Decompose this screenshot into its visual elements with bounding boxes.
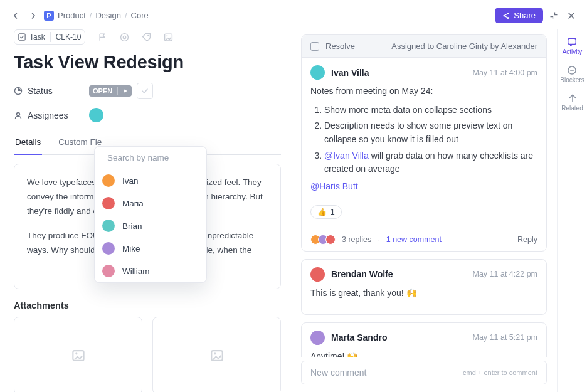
comment-time: May 11 at 4:22 pm (472, 270, 537, 278)
collapse-icon (550, 12, 558, 19)
collapse-button[interactable] (547, 9, 561, 23)
comment-time: May 11 at 5:21 pm (472, 333, 537, 342)
list-item: Description needs to show some preview t… (324, 119, 537, 146)
breadcrumb-item[interactable]: Design (95, 11, 120, 20)
person-icon (14, 111, 23, 120)
comment-thread: Brendan Wolfe May 11 at 4:22 pm This is … (301, 259, 547, 315)
play-icon (123, 88, 128, 93)
page-title: Task View Redesign (14, 52, 281, 73)
avatar (102, 242, 115, 255)
breadcrumb-item[interactable]: Product (58, 11, 86, 20)
image-icon[interactable] (164, 33, 173, 42)
rail-tab-related[interactable]: Related (561, 93, 583, 112)
status-label: Status (28, 86, 53, 96)
assignees-label: Assignees (28, 110, 68, 120)
task-icon (18, 33, 26, 41)
comment-text: This is great, thank you! 🙌 (310, 287, 537, 300)
assignee-option[interactable]: William (95, 260, 206, 282)
attachment-placeholder[interactable] (152, 317, 281, 392)
avatar (102, 197, 115, 209)
comment-thread: Resolve Assigned to Caroline Ginty by Al… (301, 34, 547, 252)
related-icon (568, 93, 578, 103)
avatar-stack (310, 235, 336, 245)
status-badge[interactable]: OPEN (89, 85, 132, 97)
list-item: Show more meta data on collapse sections (324, 103, 537, 117)
reaction-pill[interactable]: 👍 1 (310, 205, 342, 219)
svg-point-4 (121, 33, 129, 41)
nav-back-button[interactable] (9, 9, 23, 23)
mention[interactable]: @Ivan Villa (324, 151, 369, 161)
resolve-checkbox[interactable] (310, 42, 319, 51)
image-icon (210, 349, 224, 363)
avatar (310, 331, 325, 345)
svg-point-8 (167, 35, 168, 36)
assignee-option[interactable]: Maria (95, 192, 206, 215)
assignee-option[interactable]: Mike (95, 237, 206, 260)
image-icon (71, 349, 85, 363)
assignee-search-input[interactable] (107, 153, 207, 162)
assignee-avatar[interactable] (89, 108, 103, 122)
avatar (102, 174, 115, 187)
avatar (310, 65, 325, 80)
comment-author: Ivan Villa (331, 68, 369, 78)
comment-text: Notes from meeting on May 24: (310, 85, 537, 98)
rail-tab-blockers[interactable]: Blockers (560, 65, 584, 83)
status-icon (14, 87, 23, 95)
assignee-dropdown: Ivan Maria Brian Mike William (94, 146, 207, 283)
attachment-placeholder[interactable] (14, 317, 142, 392)
comment-time: May 11 at 4:00 pm (472, 68, 537, 77)
check-icon (141, 87, 149, 95)
nav-forward-button[interactable] (26, 9, 40, 23)
keyboard-hint: cmd + enter to comment (463, 369, 537, 376)
chevron-left-icon (13, 13, 19, 19)
svg-rect-16 (568, 38, 576, 44)
close-icon (568, 12, 575, 19)
svg-point-14 (214, 352, 216, 354)
reply-count: 3 replies (342, 235, 371, 244)
svg-point-10 (17, 112, 20, 115)
svg-point-5 (124, 36, 126, 38)
thread-assigned-to: Assigned to Caroline Ginty by Alexander (391, 41, 537, 51)
chevron-right-icon (30, 13, 36, 19)
mention[interactable]: @Haris Butt (310, 181, 358, 191)
svg-point-12 (75, 352, 77, 354)
resolve-label: Resolve (325, 41, 355, 51)
mention-icon[interactable] (120, 33, 129, 42)
avatar (102, 220, 115, 232)
assignee-option[interactable]: Brian (95, 215, 206, 237)
assignee-option[interactable]: Ivan (95, 169, 206, 192)
comment-author: Brendan Wolfe (331, 269, 393, 279)
attachments-heading: Attachments (14, 300, 281, 310)
svg-point-6 (147, 34, 149, 36)
comment-list: Show more meta data on collapse sections… (310, 103, 537, 176)
breadcrumb: P Product / Design / Core (44, 11, 149, 21)
comment-author: Marta Sandro (331, 332, 387, 342)
avatar (102, 265, 115, 277)
list-item: @Ivan Villa will grab data on how many c… (324, 149, 537, 176)
chat-icon (567, 37, 577, 47)
comment-text: Anytime! 🙌 (310, 350, 537, 358)
new-comment-input[interactable]: New comment cmd + enter to comment (301, 361, 547, 384)
tab-details[interactable]: Details (14, 134, 42, 154)
avatar (310, 267, 325, 282)
breadcrumb-item[interactable]: Core (131, 11, 149, 20)
complete-checkbox[interactable] (137, 83, 153, 99)
workspace-logo: P (44, 11, 54, 21)
reply-button[interactable]: Reply (517, 235, 537, 244)
share-icon (502, 12, 510, 19)
flag-icon[interactable] (98, 33, 107, 42)
tag-icon[interactable] (142, 33, 151, 42)
task-id-pill[interactable]: Task CLK-10 (14, 29, 85, 45)
new-comment-count[interactable]: 1 new comment (386, 235, 442, 244)
close-button[interactable] (564, 9, 578, 23)
share-button[interactable]: Share (495, 8, 543, 23)
svg-rect-3 (19, 34, 25, 40)
block-icon (567, 65, 577, 75)
rail-tab-activity[interactable]: Activity (563, 37, 583, 55)
comment-thread: Marta Sandro May 11 at 5:21 pm Anytime! … (301, 322, 547, 358)
